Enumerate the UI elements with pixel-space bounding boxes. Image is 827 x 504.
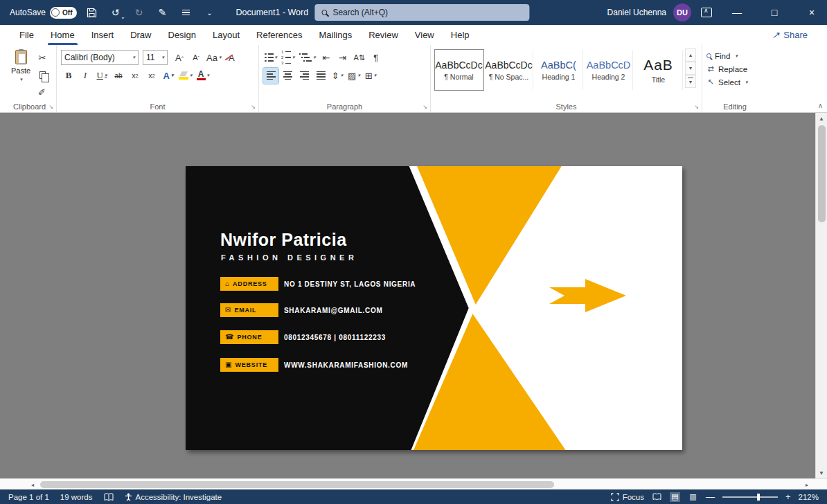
horizontal-scrollbar[interactable]: ◂ ▸ [0,478,827,489]
word-count[interactable]: 19 words [60,493,93,501]
decrease-indent-button[interactable]: ⇤ [319,50,334,66]
superscript-button[interactable]: x2 [144,68,159,84]
styles-scroll-up-button[interactable]: ▴ [685,48,696,62]
print-layout-button[interactable]: ▤ [670,492,680,502]
tab-file[interactable]: File [11,25,42,45]
style-heading-1[interactable]: AaBbC( Heading 1 [535,50,583,90]
show-formatting-marks-button[interactable]: ¶ [368,50,384,66]
align-left-button[interactable] [263,68,278,84]
save-button[interactable] [84,3,100,21]
strikethrough-button[interactable]: ab [111,68,126,84]
share-button[interactable]: ↗Share [772,30,808,40]
grow-font-button[interactable]: A^ [172,50,187,66]
style-heading-2[interactable]: AaBbCcD Heading 2 [585,50,633,90]
autosave-pill[interactable]: Off [50,7,76,19]
tab-view[interactable]: View [407,25,443,45]
italic-button[interactable]: I [78,68,93,84]
scroll-down-icon[interactable]: ▼ [816,467,827,478]
scroll-left-icon[interactable]: ◂ [26,479,39,490]
undo-button[interactable]: ↺⌄ [107,3,124,21]
styles-more-button[interactable]: ▾ [685,75,696,88]
search-box[interactable]: Search (Alt+Q) [314,4,529,21]
styles-dialog-launcher[interactable]: ↘ [694,104,699,110]
tab-design[interactable]: Design [160,25,204,45]
style-no-spacing[interactable]: AaBbCcDc ¶ No Spac... [485,50,533,90]
clear-formatting-button[interactable]: A [224,50,239,66]
redo-button[interactable]: ↻ [131,3,148,21]
tab-references[interactable]: References [248,25,310,45]
collapse-ribbon-button[interactable]: ∧ [818,102,823,109]
tab-home[interactable]: Home [42,25,83,45]
tab-draw[interactable]: Draw [122,25,159,45]
align-right-button[interactable] [296,68,312,84]
clipboard-dialog-launcher[interactable]: ↘ [48,104,53,110]
select-button[interactable]: ↖Select▾ [706,75,763,89]
paste-button[interactable]: Paste ▾ [7,48,35,100]
sort-button[interactable]: A⇅ [352,50,367,66]
undo-dropdown-icon[interactable]: ⌄ [121,14,125,20]
find-button[interactable]: Find▾ [706,49,763,62]
style-title[interactable]: AaB Title [634,50,683,90]
cut-button[interactable]: ✂ [35,51,50,66]
proofing-status-button[interactable] [104,493,114,501]
ribbon-display-options-button[interactable] [698,3,715,21]
replace-button[interactable]: ⇄Replace [706,62,763,75]
minimize-button[interactable]: — [722,0,752,25]
checklist-icon[interactable] [178,3,195,21]
tab-layout[interactable]: Layout [204,25,248,45]
zoom-slider[interactable] [722,496,778,498]
align-center-button[interactable] [280,68,295,84]
document-page[interactable]: Nwifor Patricia FASHION DESIGNER ⌂ADDRES… [186,166,682,450]
format-painter-button[interactable]: ✎ [35,84,50,100]
multilevel-list-button[interactable]: ▾ [298,50,317,66]
user-avatar[interactable]: DU [673,3,691,21]
zoom-slider-thumb[interactable] [757,494,760,501]
text-highlight-button[interactable]: ▾ [177,68,194,84]
zoom-level[interactable]: 212% [799,493,819,501]
bold-button[interactable]: B [61,68,76,84]
numbering-button[interactable]: 123▾ [280,50,296,66]
page-indicator[interactable]: Page 1 of 1 [8,493,49,501]
focus-mode-button[interactable]: Focus [611,493,644,501]
font-color-button[interactable]: A▾ [195,68,211,84]
close-button[interactable]: × [797,0,827,25]
web-layout-button[interactable]: ▥ [688,492,698,502]
style-normal[interactable]: AaBbCcDc ¶ Normal [435,50,483,90]
tab-insert[interactable]: Insert [83,25,123,45]
copy-button[interactable] [35,68,50,83]
tab-review[interactable]: Review [360,25,407,45]
vertical-scroll-thumb[interactable] [818,125,826,222]
change-case-button[interactable]: Aa▾ [205,50,222,66]
tab-mailings[interactable]: Mailings [311,25,361,45]
bullets-button[interactable]: ▾ [263,50,278,66]
scroll-up-icon[interactable]: ▲ [816,113,827,124]
increase-indent-button[interactable]: ⇥ [335,50,350,66]
accessibility-status-button[interactable]: Accessibility: Investigate [125,493,222,501]
styles-scroll-down-button[interactable]: ▾ [685,62,696,75]
justify-button[interactable] [313,68,328,84]
line-spacing-button[interactable]: ⇕▾ [330,68,345,84]
user-name[interactable]: Daniel Uchenna [607,8,666,17]
maximize-button[interactable]: □ [759,0,790,25]
scroll-right-icon[interactable]: ▸ [801,479,813,490]
borders-button[interactable]: ⊞▾ [363,68,378,84]
shrink-font-button[interactable]: Aˇ [188,50,204,66]
subscript-button[interactable]: x2 [127,68,143,84]
tab-help[interactable]: Help [443,25,478,45]
zoom-in-button[interactable]: + [785,492,791,502]
paste-dropdown-icon[interactable]: ▾ [20,77,23,82]
customize-quick-access-button[interactable]: ⌄ [202,3,218,21]
font-size-combobox[interactable]: 11▾ [143,50,168,65]
document-area[interactable]: Nwifor Patricia FASHION DESIGNER ⌂ADDRES… [0,113,827,478]
horizontal-scroll-thumb[interactable] [40,481,554,488]
shading-button[interactable]: ▨▾ [346,68,362,84]
editor-icon[interactable]: ✎ [154,3,171,21]
autosave-toggle[interactable]: AutoSave Off [10,7,77,19]
font-dialog-launcher[interactable]: ↘ [251,104,256,110]
text-effects-button[interactable]: A▾ [161,68,176,84]
vertical-scrollbar[interactable]: ▲ ▼ [815,113,827,478]
font-family-combobox[interactable]: Calibri (Body)▾ [61,50,139,65]
read-mode-button[interactable] [652,492,662,502]
zoom-out-button[interactable]: — [706,492,715,502]
underline-button[interactable]: U▾ [94,68,109,84]
